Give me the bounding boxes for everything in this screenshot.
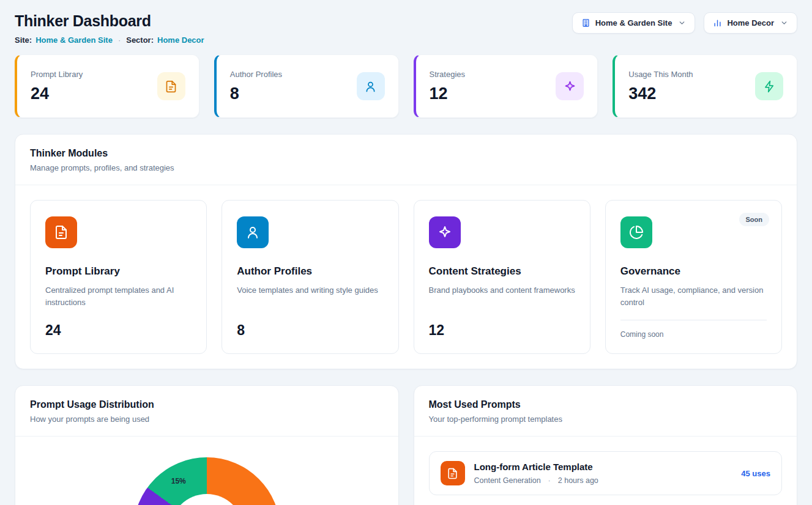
prompts-panel-body: Long-form Article Template Content Gener… bbox=[414, 437, 797, 505]
module-title: Content Strategies bbox=[429, 265, 575, 278]
module-card-prompt-library[interactable]: Prompt Library Centralized prompt templa… bbox=[30, 200, 207, 354]
module-description: Centralized prompt templates and AI inst… bbox=[45, 284, 192, 309]
user-icon bbox=[237, 216, 269, 248]
usage-chart-body: 15% bbox=[15, 457, 398, 505]
sector-selector-dropdown[interactable]: Home Decor bbox=[704, 12, 797, 34]
module-description: Track AI usage, compliance, and version … bbox=[620, 284, 767, 309]
bottom-row: Prompt Usage Distribution How your promp… bbox=[15, 385, 797, 505]
donut-chart-wrap: 15% bbox=[133, 457, 280, 505]
sparkle-star-icon bbox=[429, 216, 461, 248]
prompt-text: Long-form Article Template Content Gener… bbox=[474, 462, 732, 485]
sector-label: Sector: bbox=[126, 35, 154, 45]
separator-dot: · bbox=[118, 35, 121, 45]
stat-card-prompt-library: Prompt Library 24 bbox=[15, 54, 199, 118]
stat-text: Author Profiles 8 bbox=[230, 70, 282, 103]
usage-panel-header: Prompt Usage Distribution How your promp… bbox=[15, 386, 398, 436]
module-card-governance[interactable]: Soon Governance Track AI usage, complian… bbox=[605, 200, 782, 354]
stat-value: 24 bbox=[31, 84, 83, 103]
site-label: Site: bbox=[15, 35, 32, 45]
prompt-time: 2 hours ago bbox=[558, 476, 598, 485]
stat-value: 12 bbox=[430, 84, 466, 103]
prompt-meta: Content Generation · 2 hours ago bbox=[474, 476, 732, 485]
user-icon bbox=[357, 72, 385, 100]
usage-panel-subtitle: How your prompts are being used bbox=[30, 415, 384, 424]
breadcrumb: Site: Home & Garden Site · Sector: Home … bbox=[15, 35, 204, 45]
module-description: Voice templates and writing style guides bbox=[237, 284, 383, 297]
module-card-content-strategies[interactable]: Content Strategies Brand playbooks and c… bbox=[414, 200, 590, 354]
stat-card-strategies: Strategies 12 bbox=[414, 54, 598, 118]
divider bbox=[620, 320, 767, 320]
page-title: Thinker Dashboard bbox=[15, 12, 204, 30]
prompt-title: Long-form Article Template bbox=[474, 462, 732, 472]
bar-chart-icon bbox=[713, 18, 722, 28]
donut-slice-label: 15% bbox=[171, 477, 186, 485]
prompts-panel-header: Most Used Prompts Your top-performing pr… bbox=[414, 386, 797, 436]
chevron-down-icon bbox=[678, 19, 686, 27]
module-title: Prompt Library bbox=[45, 265, 192, 278]
prompt-uses-badge: 45 uses bbox=[741, 469, 770, 478]
separator-dot: · bbox=[548, 476, 551, 485]
stat-label: Usage This Month bbox=[628, 70, 693, 79]
stat-text: Strategies 12 bbox=[430, 70, 466, 103]
prompt-list-item[interactable]: Long-form Article Template Content Gener… bbox=[429, 451, 783, 495]
sector-selector-label: Home Decor bbox=[727, 18, 774, 28]
stat-value: 8 bbox=[230, 84, 282, 103]
module-count: 24 bbox=[45, 322, 192, 339]
modules-panel-body: Prompt Library Centralized prompt templa… bbox=[15, 185, 797, 369]
document-icon bbox=[45, 216, 77, 248]
stat-card-author-profiles: Author Profiles 8 bbox=[214, 54, 399, 118]
prompts-panel-title: Most Used Prompts bbox=[429, 399, 783, 410]
stat-label: Strategies bbox=[430, 70, 466, 79]
header-titles: Thinker Dashboard Site: Home & Garden Si… bbox=[15, 12, 204, 45]
page-header: Thinker Dashboard Site: Home & Garden Si… bbox=[15, 12, 797, 45]
prompts-panel-subtitle: Your top-performing prompt templates bbox=[429, 415, 783, 424]
building-icon bbox=[581, 18, 590, 28]
module-count: 8 bbox=[237, 322, 383, 339]
header-selectors: Home & Garden Site Home Decor bbox=[572, 12, 797, 34]
modules-panel-subtitle: Manage prompts, profiles, and strategies bbox=[30, 163, 782, 172]
modules-panel-title: Thinker Modules bbox=[30, 148, 782, 159]
module-title: Author Profiles bbox=[237, 265, 383, 278]
usage-panel-title: Prompt Usage Distribution bbox=[30, 399, 384, 410]
stat-text: Prompt Library 24 bbox=[31, 70, 83, 103]
most-used-prompts-panel: Most Used Prompts Your top-performing pr… bbox=[414, 385, 798, 505]
module-count: 12 bbox=[429, 322, 575, 339]
document-icon bbox=[157, 72, 185, 100]
soon-badge: Soon bbox=[739, 213, 770, 226]
module-card-author-profiles[interactable]: Author Profiles Voice templates and writ… bbox=[222, 200, 398, 354]
stat-value: 342 bbox=[628, 84, 693, 103]
pie-chart-icon bbox=[620, 216, 652, 248]
site-selector-label: Home & Garden Site bbox=[595, 18, 672, 28]
document-icon bbox=[441, 461, 465, 485]
thinker-dashboard-page: Thinker Dashboard Site: Home & Garden Si… bbox=[0, 0, 812, 505]
thinker-modules-panel: Thinker Modules Manage prompts, profiles… bbox=[15, 134, 797, 369]
module-description: Brand playbooks and content frameworks bbox=[429, 284, 575, 297]
stats-row: Prompt Library 24 Author Profiles 8 Stra… bbox=[15, 54, 797, 118]
stat-label: Author Profiles bbox=[230, 70, 282, 79]
divider bbox=[15, 436, 398, 437]
lightning-bolt-icon bbox=[755, 72, 783, 100]
modules-panel-header: Thinker Modules Manage prompts, profiles… bbox=[15, 135, 797, 185]
stat-card-usage-this-month: Usage This Month 342 bbox=[613, 54, 797, 118]
stat-text: Usage This Month 342 bbox=[628, 70, 693, 103]
prompt-usage-panel: Prompt Usage Distribution How your promp… bbox=[15, 385, 399, 505]
sparkle-star-icon bbox=[556, 72, 584, 100]
chevron-down-icon bbox=[780, 19, 788, 27]
module-title: Governance bbox=[620, 265, 767, 278]
site-link[interactable]: Home & Garden Site bbox=[35, 35, 113, 45]
sector-link[interactable]: Home Decor bbox=[157, 35, 204, 45]
coming-soon-label: Coming soon bbox=[620, 330, 767, 339]
modules-grid: Prompt Library Centralized prompt templa… bbox=[30, 200, 782, 354]
site-selector-dropdown[interactable]: Home & Garden Site bbox=[572, 12, 696, 34]
stat-label: Prompt Library bbox=[31, 70, 83, 79]
prompt-category: Content Generation bbox=[474, 476, 541, 485]
